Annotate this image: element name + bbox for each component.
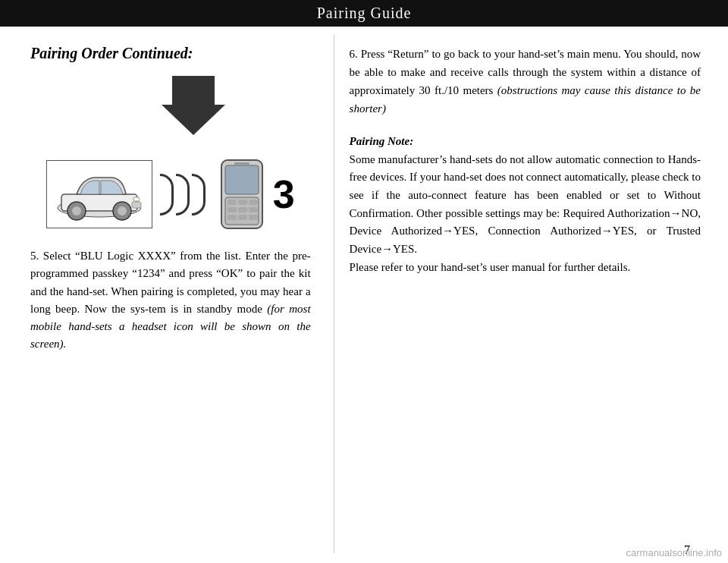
header-title: Pairing Guide: [317, 5, 412, 21]
step-number: 3: [273, 171, 295, 217]
watermark: carmanualsonline.info: [626, 547, 722, 558]
signal-waves: [160, 174, 208, 215]
right-column: 6. Press “Return” to go back to your han…: [334, 27, 728, 561]
illustration-area: 3: [30, 156, 311, 232]
car-svg: [50, 164, 149, 225]
svg-rect-6: [133, 197, 140, 201]
page-header: Pairing Guide: [0, 0, 728, 27]
wave-arc-3: [192, 174, 206, 215]
svg-rect-14: [228, 207, 237, 212]
arrow-shaft: [172, 76, 215, 105]
svg-rect-15: [238, 207, 247, 212]
wave-arc-1: [160, 174, 174, 215]
svg-rect-17: [228, 215, 237, 220]
phone-container: 3: [215, 156, 295, 232]
pairing-order-title: Pairing Order Continued:: [30, 45, 311, 62]
svg-rect-20: [234, 162, 249, 165]
svg-rect-11: [228, 200, 237, 205]
down-arrow: [76, 76, 311, 135]
main-content: Pairing Order Continued:: [0, 27, 728, 561]
pairing-note-title: Pairing Note:: [350, 133, 701, 151]
left-column: Pairing Order Continued:: [0, 27, 334, 561]
pairing-note: Pairing Note: Some manufacturer’s hand-s…: [350, 133, 701, 277]
svg-rect-9: [225, 165, 259, 194]
wave-arc-2: [176, 174, 190, 215]
step6-text: 6. Press “Return” to go back to your han…: [350, 45, 701, 118]
svg-rect-16: [249, 207, 258, 212]
svg-point-5: [118, 206, 127, 215]
phone-svg: [215, 156, 268, 232]
svg-rect-13: [249, 200, 258, 205]
svg-rect-18: [238, 215, 247, 220]
svg-rect-12: [238, 200, 247, 205]
arrow-head: [162, 105, 225, 135]
svg-point-3: [72, 206, 81, 215]
svg-rect-7: [132, 202, 141, 208]
car-illustration: [46, 160, 152, 228]
step5-text: 5. Select “BLU Logic XXXX” from the list…: [30, 247, 311, 354]
pairing-note-body: Some manufacturer’s hand-sets do not all…: [350, 151, 701, 277]
svg-rect-19: [249, 215, 258, 220]
